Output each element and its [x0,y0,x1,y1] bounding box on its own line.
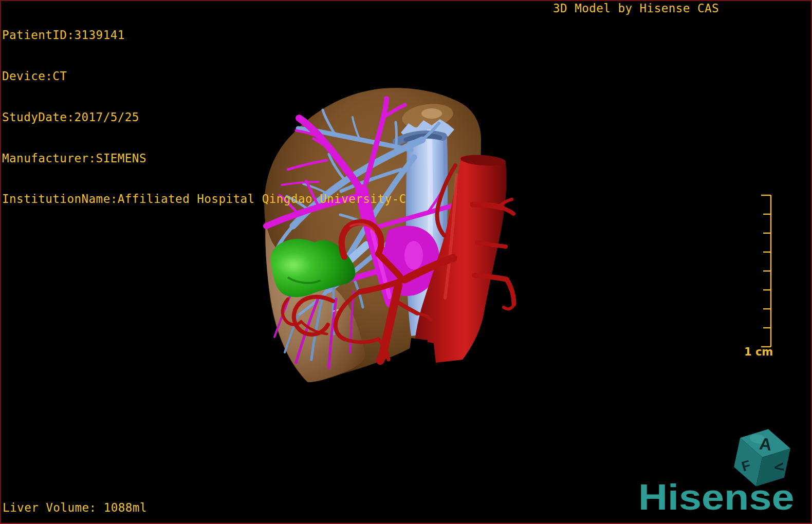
scale-ruler: 1 cm [744,195,773,358]
hisense-logo: Hisense [638,479,794,515]
patient-id-line: PatientID:3139141 [2,28,407,42]
watermark-text: 3D Model by Hisense CAS [553,2,719,15]
viewer-canvas: 1 cm A F V PatientID:3139141 Device:CT S… [0,0,812,524]
manufacturer-line: Manufacturer:SIEMENS [2,152,407,165]
scale-label: 1 cm [744,346,773,358]
patient-info-overlay: PatientID:3139141 Device:CT StudyDate:20… [2,1,407,233]
institution-line: InstitutionName:Affiliated Hospital Qing… [2,192,407,206]
liver-volume-label: Liver Volume: 1088ml [3,501,147,515]
study-date-line: StudyDate:2017/5/25 [2,110,407,124]
device-line: Device:CT [2,69,407,83]
cube-letter-a: A [759,434,773,454]
